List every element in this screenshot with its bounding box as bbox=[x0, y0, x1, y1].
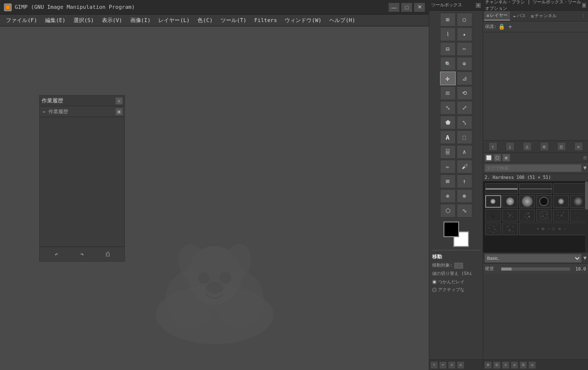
history-print-btn[interactable]: ⎙ bbox=[106, 250, 110, 258]
tool-rect-select[interactable]: ⊞ bbox=[440, 13, 456, 26]
lock-icon[interactable]: 🔒 bbox=[498, 24, 505, 30]
tool-zoom[interactable]: 🔍 bbox=[440, 57, 456, 71]
menu-file[interactable]: ファイル(F) bbox=[2, 16, 41, 25]
brush-search-input[interactable] bbox=[485, 164, 582, 172]
tool-eraser[interactable]: ⊠ bbox=[440, 174, 456, 188]
layer-new-btn[interactable]: ⊕ bbox=[540, 142, 549, 151]
maximize-button[interactable]: □ bbox=[401, 3, 412, 12]
tab-paths[interactable]: ✒ パス bbox=[511, 12, 528, 20]
menu-tools[interactable]: ツール(T) bbox=[217, 16, 250, 25]
close-button[interactable]: ✕ bbox=[414, 3, 425, 12]
tool-move[interactable]: ✛ bbox=[440, 72, 456, 85]
foreground-color-swatch[interactable] bbox=[443, 222, 459, 237]
history-undo-btn[interactable]: ↶ bbox=[54, 250, 58, 258]
brush-search-arrow[interactable]: ▼ bbox=[583, 165, 587, 171]
tool-heal[interactable]: ↑ bbox=[457, 174, 472, 188]
tool-text[interactable]: A bbox=[440, 130, 456, 144]
menu-view[interactable]: 表示(V) bbox=[98, 16, 126, 25]
brush-tab-pattern[interactable]: ⬡ bbox=[493, 154, 501, 162]
menu-windows[interactable]: ウィンドウ(W) bbox=[281, 16, 325, 25]
tool-blend[interactable]: ∧ bbox=[457, 145, 472, 159]
layer-down-btn[interactable]: ↓ bbox=[506, 142, 514, 151]
layer-up-btn[interactable]: ↑ bbox=[489, 142, 497, 151]
tool-color-select[interactable]: ⊟ bbox=[440, 42, 456, 56]
history-panel-close-btn[interactable]: ✕ bbox=[116, 98, 122, 104]
tool-pencil[interactable]: ✏ bbox=[440, 160, 456, 173]
brush-item-line2[interactable] bbox=[519, 183, 552, 194]
tool-crop[interactable]: ⊡ bbox=[440, 86, 456, 100]
menu-image[interactable]: 画像(I) bbox=[126, 16, 155, 25]
brush-item-line1[interactable] bbox=[485, 183, 518, 194]
brush-item-circle-lg[interactable] bbox=[519, 195, 535, 208]
history-expand-btn[interactable]: ⊞ bbox=[116, 108, 122, 115]
right-panel-close[interactable]: ✕ bbox=[582, 3, 586, 8]
brush-item-splatter1[interactable] bbox=[502, 209, 518, 222]
move-radio1[interactable] bbox=[432, 280, 437, 284]
brush-item-circle-md[interactable] bbox=[502, 195, 518, 208]
brush-item-star[interactable]: ★ bbox=[485, 209, 501, 222]
panel-menu-btn[interactable]: ⋮ bbox=[580, 14, 587, 19]
move-radio2[interactable] bbox=[432, 288, 437, 292]
tool-scissors[interactable]: ✂ bbox=[457, 42, 472, 56]
menu-color[interactable]: 色(C) bbox=[194, 16, 217, 25]
menu-help[interactable]: ヘルプ(H) bbox=[325, 16, 359, 25]
tool-fill[interactable]: ⬚ bbox=[457, 130, 472, 144]
brush-item-circle-sm[interactable] bbox=[485, 195, 501, 208]
brush-item-wide[interactable] bbox=[519, 222, 586, 235]
tool-bucket-fill[interactable]: ⌹ bbox=[440, 145, 456, 159]
minimize-button[interactable]: — bbox=[389, 3, 399, 12]
tool-clone[interactable]: ⊕ bbox=[440, 189, 456, 203]
brush-item-soft2[interactable] bbox=[570, 195, 586, 208]
tool-path[interactable]: ∿ bbox=[457, 204, 472, 218]
brush-item-circle-lg2[interactable] bbox=[536, 195, 552, 208]
menu-edit[interactable]: 編集(E) bbox=[41, 16, 70, 25]
brush-item-texture1[interactable] bbox=[536, 209, 552, 222]
tool-flip[interactable]: ⤣ bbox=[457, 116, 472, 129]
tb-btn-1[interactable]: ↑ bbox=[430, 361, 438, 369]
brush-item-texture3[interactable] bbox=[570, 209, 586, 222]
tool-ellipse-select[interactable]: ○ bbox=[457, 13, 472, 26]
tool-paintbrush[interactable]: 🖌 bbox=[457, 160, 472, 173]
layer-delete-btn[interactable]: ✕ bbox=[574, 142, 583, 151]
brush-expand-btn[interactable]: ⊡ bbox=[584, 155, 587, 160]
tool-smudge[interactable]: ⊛ bbox=[457, 189, 472, 203]
brush-item-line3[interactable] bbox=[553, 183, 586, 194]
tool-scale[interactable]: ⤡ bbox=[440, 101, 456, 115]
tool-dodge-burn[interactable]: ⬡ bbox=[440, 204, 456, 218]
layer-copy-btn[interactable]: ⊡ bbox=[557, 142, 566, 151]
brush-tab-brush[interactable]: ⬜ bbox=[485, 154, 492, 162]
brush-type-expand[interactable]: ▼ bbox=[583, 255, 587, 261]
brush-type-select[interactable]: Basic, bbox=[485, 254, 582, 263]
brush-item-texture2[interactable] bbox=[553, 209, 569, 222]
tb-btn-3[interactable]: ✕ bbox=[448, 361, 456, 369]
rpb-btn-copy[interactable]: ⊡ bbox=[493, 361, 501, 369]
rpb-btn-5[interactable]: ⊟ bbox=[519, 361, 527, 369]
brush-item-splatter2[interactable] bbox=[519, 209, 535, 222]
menu-layer[interactable]: レイヤー(L) bbox=[154, 16, 194, 25]
tool-fuzzy-select[interactable]: ✦ bbox=[457, 27, 472, 41]
add-layer-icon[interactable]: + bbox=[508, 24, 512, 30]
tool-free-select[interactable]: ⌇ bbox=[440, 27, 456, 41]
brush-item-scatter2[interactable] bbox=[502, 222, 518, 235]
tab-layers[interactable]: ≡ レイヤー bbox=[484, 11, 510, 21]
rpb-btn-paste[interactable]: ✕ bbox=[502, 361, 510, 369]
tab-channels[interactable]: ⊞ チャンネル bbox=[529, 12, 559, 20]
rpb-btn-6[interactable]: ↺ bbox=[528, 361, 536, 369]
brush-preview-area[interactable]: ★ bbox=[483, 181, 588, 252]
tool-perspective[interactable]: ⬟ bbox=[440, 116, 456, 129]
brush-item-soft1[interactable] bbox=[553, 195, 569, 208]
brush-tab-extra[interactable]: ⊞ bbox=[502, 154, 510, 162]
tool-shear[interactable]: ⤢ bbox=[457, 101, 472, 115]
brush-scrollbar[interactable] bbox=[585, 181, 588, 252]
tb-btn-2[interactable]: ↶ bbox=[439, 361, 447, 369]
hardness-slider[interactable] bbox=[501, 267, 570, 271]
history-redo-btn[interactable]: ↷ bbox=[80, 250, 84, 258]
tool-measure[interactable]: ⊕ bbox=[457, 57, 472, 71]
rpb-btn-new[interactable]: ⊕ bbox=[484, 361, 492, 369]
rpb-btn-delete[interactable]: ↺ bbox=[511, 361, 518, 369]
layer-anchor-btn[interactable]: ⚓ bbox=[523, 142, 532, 151]
tb-btn-4[interactable]: ↺ bbox=[457, 361, 465, 369]
tool-rotate[interactable]: ⟲ bbox=[457, 86, 472, 100]
brush-item-scatter1[interactable] bbox=[485, 222, 501, 235]
menu-select[interactable]: 選択(S) bbox=[70, 16, 98, 25]
